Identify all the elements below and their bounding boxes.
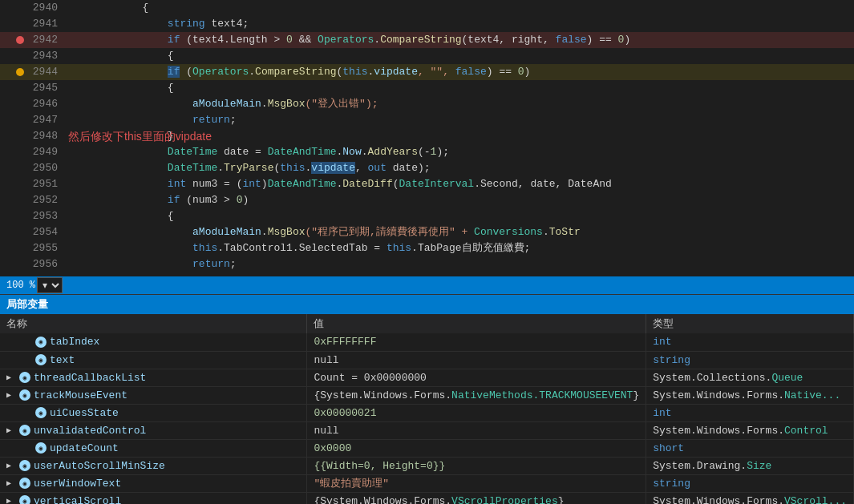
line-number: 2956 [29,256,58,272]
expand-arrow[interactable]: ▶ [6,390,16,400]
no-breakpoint [16,244,24,252]
field-icon: ◉ [35,337,47,348]
code-token [67,34,168,46]
var-value: {{Width=0, Height=0}} [314,460,445,472]
field-icon: ◉ [19,425,30,436]
no-breakpoint [16,212,24,220]
code-content: { [64,48,854,64]
var-name: updateCount [50,442,119,454]
code-token: this [280,162,305,174]
var-value: Count = 0x00000000 [314,372,426,384]
code-token: ("程序已到期,請續費後再使用" + [305,226,474,238]
table-row[interactable]: ◉updateCount0x0000short [0,439,854,457]
code-token: ; [230,258,237,270]
table-row[interactable]: ◉uiCuesState0x00000021int [0,404,854,421]
var-value: 0x00000021 [314,407,376,419]
code-token: CompareString [380,34,461,46]
code-line: 2950 DateTime.TryParse(this.vipdate, out… [0,160,854,176]
table-row[interactable]: ▶◉threadCallbackListCount = 0x00000000Sy… [0,369,854,386]
expand-arrow[interactable]: ▶ [6,461,16,470]
line-number: 2949 [29,144,58,160]
field-icon: ◉ [35,442,47,454]
table-row[interactable]: ▶◉trackMouseEvent{System.Windows.Forms.N… [0,386,854,404]
var-type: System.Windows.Forms.Control [653,425,828,437]
code-token: false [455,66,487,78]
code-token: if [168,66,180,78]
code-token: num3 = ( [186,178,242,190]
no-breakpoint [16,100,24,108]
value-cell: 0x00000021 [307,404,646,421]
line-number: 2955 [29,240,58,256]
code-token: .TabPage自助充值繳費; [411,242,530,254]
table-row[interactable]: ▶◉verticalScroll{System.Windows.Forms.VS… [0,492,854,504]
table-row[interactable]: ▶◉userWindowText"蝦皮拍賣助理"string [0,474,854,492]
value-cell: {System.Windows.Forms.VScrollProperties} [307,492,646,504]
locals-header: 局部变量 [0,295,854,314]
code-token: vipdate [311,162,355,174]
expand-arrow[interactable]: ▶ [6,496,16,504]
code-token: DateTime [168,162,217,174]
type-cell: System.Drawing.Size [646,457,854,474]
field-icon: ◉ [19,478,30,489]
code-token: ; [230,114,237,126]
code-content: if (num3 > 0) [64,192,854,208]
code-token [67,98,192,110]
code-token: DateAndTime [268,146,337,158]
code-token: if [168,34,180,46]
table-row[interactable]: ▶◉unvalidatedControlnullSystem.Windows.F… [0,421,854,439]
table-row[interactable]: ◉textnullstring [0,351,854,369]
type-cell: System.Windows.Forms.Native... [646,386,854,404]
var-type: int [653,336,671,348]
code-token: return [192,258,230,270]
code-token [67,226,192,238]
code-line: 2954 aModuleMain.MsgBox("程序已到期,請續費後再使用" … [0,224,854,240]
var-name: uiCuesState [50,407,119,419]
expand-arrow[interactable]: ▶ [6,478,16,488]
no-breakpoint [16,148,24,156]
editor-area: 2940 {2941 string text4;2942 if (text4.L… [0,0,854,276]
var-value: 0xFFFFFFFF [314,336,376,348]
code-content: if (Operators.CompareString(this.vipdate… [64,64,854,80]
no-breakpoint [16,4,24,12]
code-line: 2952 if (num3 > 0) [0,192,854,208]
table-row[interactable]: ◉tabIndex0xFFFFFFFFint [0,333,854,351]
value-cell: {{Width=0, Height=0}} [307,457,646,474]
var-name: text [50,354,75,366]
code-token: Now [342,146,361,158]
name-cell: ▶◉userAutoScrollMinSize [0,457,307,474]
name-cell: ▶◉userWindowText [0,474,307,492]
code-content: aModuleMain.MsgBox("登入出错"); [64,96,854,112]
code-token [67,18,168,30]
code-token: Operators [192,66,249,78]
code-token: (text4.Length > [180,34,286,46]
no-breakpoint [16,180,24,188]
code-line: 2955 this.TabControl1.SelectedTab = this… [0,240,854,256]
code-content: aModuleMain.MsgBox("程序已到期,請續費後再使用" + Con… [64,224,854,240]
code-token: DateInterval [399,178,475,190]
expand-arrow[interactable]: ▶ [6,373,16,382]
code-token: aModuleMain [192,98,261,110]
code-token: , [355,162,368,174]
zoom-dropdown[interactable]: ▾ [37,277,63,293]
code-token: DateAndTime [268,178,337,190]
code-line: 2941 string text4; [0,16,854,32]
breakpoint-yellow [16,68,24,76]
code-token: . [362,146,368,158]
expand-arrow[interactable]: ▶ [6,425,16,435]
name-cell: ▶◉trackMouseEvent [0,386,307,404]
col-value: 值 [307,314,646,333]
status-bar: 100 % ▾ [0,276,854,294]
table-row[interactable]: ▶◉userAutoScrollMinSize{{Width=0, Height… [0,457,854,474]
zoom-control[interactable]: 100 % ▾ [6,277,63,293]
type-cell: System.Windows.Forms.VScroll... [646,492,854,504]
code-token: false [556,34,587,46]
code-token [67,194,168,206]
code-token: ( [180,66,192,78]
name-cell: ▶◉unvalidatedControl [0,421,307,439]
line-number: 2954 [29,224,58,240]
locals-title: 局部变量 [6,297,48,312]
code-token: . [261,226,268,238]
line-number: 2952 [29,192,58,208]
code-token [67,114,192,126]
code-token: 0 [518,66,524,78]
